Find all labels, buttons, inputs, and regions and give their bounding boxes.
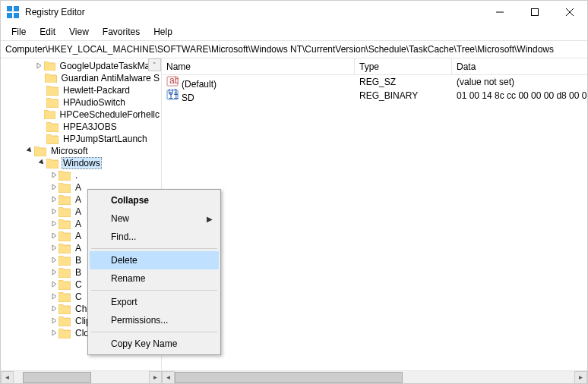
chevron-right-icon[interactable] xyxy=(49,244,58,253)
title-bar: Registry Editor xyxy=(1,1,587,24)
tree-item-label: A xyxy=(74,206,83,217)
chevron-right-icon[interactable] xyxy=(49,172,58,180)
context-menu: Collapse New▶ Find... Delete Rename Expo… xyxy=(87,189,221,355)
chevron-right-icon[interactable] xyxy=(49,281,58,289)
maximize-button[interactable] xyxy=(517,1,552,24)
ctx-export[interactable]: Export xyxy=(90,293,219,311)
folder-icon xyxy=(44,110,55,120)
separator xyxy=(91,332,217,332)
ctx-copy-key-name[interactable]: Copy Key Name xyxy=(90,335,219,353)
chevron-right-icon[interactable] xyxy=(35,62,43,71)
value-name-cell: 011110SD xyxy=(162,89,355,103)
list-hscroll-thumb[interactable] xyxy=(175,372,403,383)
ctx-find[interactable]: Find... xyxy=(90,228,219,246)
folder-icon xyxy=(58,171,71,181)
ctx-new[interactable]: New▶ xyxy=(90,209,219,228)
col-type[interactable]: Type xyxy=(355,58,452,74)
folder-icon xyxy=(58,292,71,302)
ctx-delete[interactable]: Delete xyxy=(90,251,219,269)
value-row[interactable]: ab(Default)REG_SZ(value not set) xyxy=(162,75,587,89)
chevron-right-icon[interactable] xyxy=(49,329,58,338)
tree-item[interactable]: HPJumpStartLaunch xyxy=(1,133,161,145)
tree-item[interactable]: Guardian AntiMalware S xyxy=(1,72,161,84)
value-type: REG_BINARY xyxy=(355,90,452,101)
folder-icon xyxy=(34,146,46,156)
menu-favorites[interactable]: Favorites xyxy=(96,25,146,39)
tree-item[interactable]: Windows xyxy=(1,157,161,169)
app-icon xyxy=(7,6,19,18)
chevron-down-icon[interactable] xyxy=(37,159,46,168)
chevron-right-icon[interactable] xyxy=(49,293,58,301)
chevron-down-icon[interactable] xyxy=(25,147,34,156)
chevron-right-icon[interactable] xyxy=(49,269,58,277)
list-hscroll[interactable]: ◄ ► xyxy=(162,371,587,383)
ctx-collapse[interactable]: Collapse xyxy=(90,191,219,209)
tree-item-label: Guardian AntiMalware S xyxy=(60,73,161,83)
value-row[interactable]: 011110SDREG_BINARY01 00 14 8c cc 00 00 0… xyxy=(162,89,587,102)
folder-icon xyxy=(58,219,71,229)
scroll-up-button[interactable]: ˄ xyxy=(148,58,161,71)
address-bar[interactable]: Computer\HKEY_LOCAL_MACHINE\SOFTWARE\Mic… xyxy=(1,40,587,58)
folder-icon xyxy=(58,231,71,241)
chevron-right-icon[interactable] xyxy=(49,220,58,228)
scroll-right-icon[interactable]: ► xyxy=(574,371,587,384)
menu-edit[interactable]: Edit xyxy=(33,25,62,39)
menu-help[interactable]: Help xyxy=(147,25,179,39)
menu-bar: File Edit View Favorites Help xyxy=(1,24,587,40)
folder-icon xyxy=(58,280,71,290)
tree-item-label: Microsoft xyxy=(49,146,90,156)
tree-item-label: A xyxy=(74,219,83,229)
chevron-right-icon[interactable] xyxy=(49,196,58,204)
tree-item[interactable]: HPAudioSwitch xyxy=(1,96,161,109)
folder-icon xyxy=(58,304,71,314)
value-name: SD xyxy=(182,93,194,103)
tree-item-label: C xyxy=(74,291,84,302)
window-title: Registry Editor xyxy=(25,7,482,17)
scroll-left-icon[interactable]: ◄ xyxy=(1,371,14,384)
minimize-button[interactable] xyxy=(482,1,517,24)
svg-rect-0 xyxy=(7,6,12,11)
menu-view[interactable]: View xyxy=(63,25,95,39)
value-type: REG_SZ xyxy=(355,77,452,87)
chevron-right-icon[interactable] xyxy=(49,232,58,241)
chevron-right-icon[interactable] xyxy=(49,208,58,216)
svg-text:ab: ab xyxy=(169,75,179,86)
chevron-right-icon[interactable] xyxy=(49,317,58,326)
chevron-right-icon[interactable] xyxy=(49,257,58,265)
tree-item[interactable]: . xyxy=(1,169,161,181)
tree-item-label: A xyxy=(74,182,83,193)
folder-icon xyxy=(46,98,58,108)
tree-item-label: B xyxy=(74,267,83,278)
chevron-right-icon[interactable] xyxy=(49,184,58,192)
folder-icon xyxy=(58,329,71,338)
col-name[interactable]: Name xyxy=(162,58,355,74)
tree-item[interactable]: Microsoft xyxy=(1,145,161,157)
chevron-right-icon[interactable] xyxy=(49,305,58,313)
tree-item-label: B xyxy=(74,255,83,266)
folder-icon xyxy=(44,61,55,71)
folder-icon xyxy=(46,134,58,144)
menu-file[interactable]: File xyxy=(5,25,32,39)
scroll-left-icon[interactable]: ◄ xyxy=(162,371,175,384)
ctx-rename[interactable]: Rename xyxy=(90,269,219,288)
tree-item[interactable]: GoogleUpdateTaskMach xyxy=(1,60,161,72)
tree-item-label: C xyxy=(74,279,84,290)
folder-icon xyxy=(58,244,71,253)
folder-icon xyxy=(46,86,58,96)
tree-item-label: HPJumpStartLaunch xyxy=(62,134,149,144)
tree-item[interactable]: Hewlett-Packard xyxy=(1,84,161,96)
scroll-right-icon[interactable]: ► xyxy=(149,371,162,384)
value-data: (value not set) xyxy=(452,77,587,87)
folder-icon xyxy=(58,207,71,217)
tree-item-label: A xyxy=(74,243,83,253)
tree-item[interactable]: HPEA3JOBS xyxy=(1,121,161,133)
tree-item[interactable]: HPCeeScheduleForhellc xyxy=(1,109,161,121)
ctx-permissions[interactable]: Permissions... xyxy=(90,311,219,329)
tree-hscroll[interactable]: ◄ ► xyxy=(1,371,162,383)
tree-item-label: Hewlett-Packard xyxy=(62,85,131,96)
ctx-new-label: New xyxy=(111,213,129,224)
tree-hscroll-thumb[interactable] xyxy=(23,372,91,383)
close-button[interactable] xyxy=(552,1,587,24)
col-data[interactable]: Data xyxy=(452,58,587,74)
value-name: (Default) xyxy=(182,79,217,90)
